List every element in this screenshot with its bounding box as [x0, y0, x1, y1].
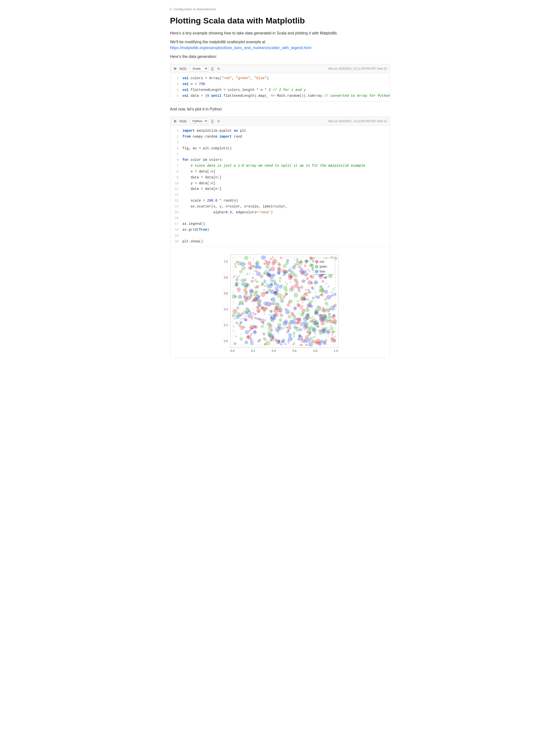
svg-marker-1 [174, 120, 177, 123]
code-line: 1 val colors = Array("red", "green", "bl… [170, 76, 390, 81]
code-line: 16 [170, 215, 390, 221]
code-line: 12 [170, 192, 390, 198]
code-line: 14 ax.scatter(x, y, c=color, s=scale, la… [170, 204, 390, 210]
language-select-2[interactable]: Python Scala [190, 118, 208, 124]
code-line: 4 fig, ax = plt.subplots() [170, 146, 390, 151]
page-container: ▶ Configuration & dependencies Plotting … [163, 0, 397, 372]
page-title: Plotting Scala data with Matplotlib [170, 16, 390, 26]
y-axis: 1.0 0.8 0.6 0.4 0.2 0.0 [222, 259, 229, 343]
svg-marker-0 [174, 67, 177, 70]
language-select-1[interactable]: Scala Python [190, 66, 208, 71]
code-line: 4 val data = (0 until flattenedLength).m… [170, 93, 390, 99]
code-line: 7 # since data is just a 1-D array we ne… [170, 163, 390, 169]
code-block-1: 1 val colors = Array("red", "green", "bl… [170, 73, 390, 101]
code-line: 15 alpha=0.3, edgecolors='none') [170, 210, 390, 215]
format-button-1[interactable]: {} [210, 66, 215, 71]
format-button-2[interactable]: {} [210, 119, 215, 124]
code-line: 17 ax.legend() [170, 221, 390, 227]
code-line: 18 ax.grid(True) [170, 227, 390, 233]
cell-label-1: In(1): [180, 66, 187, 71]
cell-label-2: In(3): [180, 119, 187, 124]
code-line: 19 [170, 233, 390, 239]
matplotlib-link[interactable]: https://matplotlib.org/examples/lines_ba… [170, 46, 311, 50]
code-line: 2 from numpy.random import rand [170, 134, 390, 140]
code-line: 8 x = data[:n] [170, 169, 390, 175]
code-line: 9 data = data[n:] [170, 175, 390, 181]
cell-timestamp-2: Ran on 3/24/2021, 12:12:00 PM PDT took 1… [328, 119, 387, 123]
code-line: 2 val n = 750 [170, 81, 390, 87]
run-button-2[interactable] [173, 119, 178, 123]
breadcrumb-arrow: ▶ [170, 7, 172, 11]
cell-toolbar-2: In(3): Python Scala {} ≡ Ran on 3/24/202… [170, 117, 390, 126]
code-line: 6 for color in colors: [170, 157, 390, 163]
code-line: 5 [170, 151, 390, 158]
code-line: 20 plt.show() [170, 239, 390, 245]
cell-timestamp-1: Ran on 3/24/2021, 12:11:58 PM PDT took 2… [328, 66, 387, 71]
code-line: 3 val flattenedLength = colors.length * … [170, 87, 390, 93]
x-axis: 0.0 0.2 0.4 0.6 0.8 1.0 [231, 349, 338, 353]
between-cells-text: And now, let's plot it in Python [170, 106, 390, 112]
code-line: 1 import matplotlib.pyplot as plt [170, 128, 390, 134]
breadcrumb: ▶ Configuration & dependencies [170, 5, 390, 16]
plot-wrapper: 1.0 0.8 0.6 0.4 0.2 0.0 0.0 0.2 0.4 0 [222, 254, 338, 353]
breadcrumb-label[interactable]: Configuration & dependencies [173, 7, 216, 12]
run-button-1[interactable] [173, 66, 178, 71]
menu-button-2[interactable]: ≡ [216, 119, 221, 124]
intro-text-3: Here's the data generation: [170, 54, 390, 60]
code-line: 13 scale = 200.0 * rand(n) [170, 198, 390, 204]
cell-toolbar-1: In(1): Scala Python {} ≡ Ran on 3/24/202… [170, 64, 390, 73]
menu-button-1[interactable]: ≡ [216, 66, 221, 71]
code-line: 10 y = data[:n] [170, 181, 390, 186]
scatter-canvas [231, 254, 338, 348]
code-cell-1: In(1): Scala Python {} ≡ Ran on 3/24/202… [170, 64, 390, 101]
intro-text-1: Here's a tiny example showing how to tak… [170, 30, 390, 36]
code-cell-2: In(3): Python Scala {} ≡ Ran on 3/24/202… [170, 117, 390, 358]
code-block-2: 1 import matplotlib.pyplot as plt 2 from… [170, 126, 390, 247]
code-line: 3 [170, 140, 390, 146]
intro-text-2: We'll be modifying the matplotlib scatte… [170, 39, 390, 51]
scatter-plot-container: 1.0 0.8 0.6 0.4 0.2 0.0 0.0 0.2 0.4 0 [178, 254, 382, 353]
code-line: 11 data = data[n:] [170, 186, 390, 192]
plot-output: 1.0 0.8 0.6 0.4 0.2 0.0 0.0 0.2 0.4 0 [170, 247, 390, 358]
